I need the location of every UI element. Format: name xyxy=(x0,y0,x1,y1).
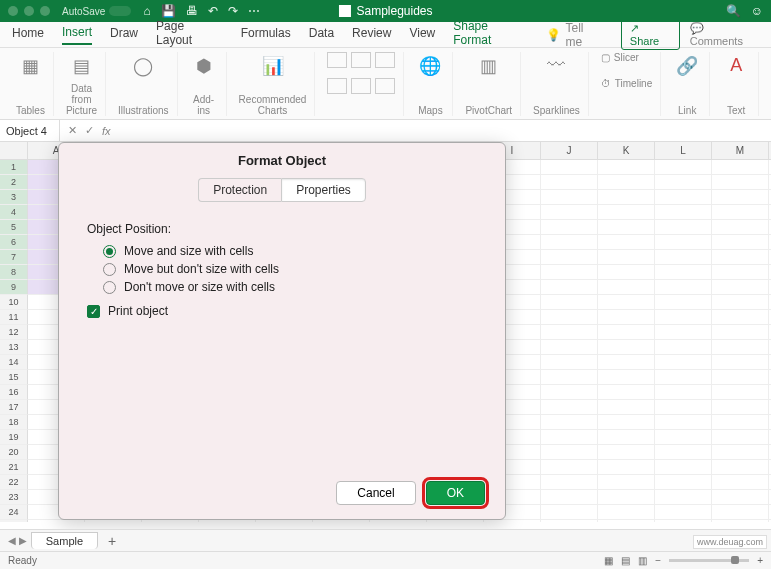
ribbon-group-sparklines[interactable]: 〰Sparklines xyxy=(525,52,589,116)
share-button[interactable]: ↗ Share xyxy=(621,19,680,50)
row-header[interactable]: 12 xyxy=(0,325,28,340)
zoom-slider[interactable] xyxy=(669,559,749,562)
chart-type-icon[interactable] xyxy=(351,78,371,94)
ribbon-group-data-from-picture[interactable]: ▤Data from Picture xyxy=(58,52,106,116)
tab-data[interactable]: Data xyxy=(309,26,334,44)
row-header[interactable]: 4 xyxy=(0,205,28,220)
autosave-switch-icon[interactable] xyxy=(109,6,131,16)
row-header[interactable]: 21 xyxy=(0,460,28,475)
dialog-title: Format Object xyxy=(59,143,505,178)
more-icon[interactable]: ⋯ xyxy=(248,4,260,18)
row-header[interactable]: 7 xyxy=(0,250,28,265)
tab-page-layout[interactable]: Page Layout xyxy=(156,19,223,51)
ribbon-group-text[interactable]: AText xyxy=(714,52,759,116)
zoom-out-icon[interactable]: − xyxy=(655,555,661,566)
row-header[interactable]: 2 xyxy=(0,175,28,190)
ribbon-group-illustrations[interactable]: ◯Illustrations xyxy=(110,52,178,116)
chart-type-icon[interactable] xyxy=(351,52,371,68)
row-header[interactable]: 3 xyxy=(0,190,28,205)
tab-home[interactable]: Home xyxy=(12,26,44,44)
col-header[interactable]: J xyxy=(541,142,598,159)
home-icon[interactable]: ⌂ xyxy=(143,4,150,18)
dialog-tab-properties[interactable]: Properties xyxy=(281,178,366,202)
row-header[interactable]: 5 xyxy=(0,220,28,235)
chart-type-icon[interactable] xyxy=(327,52,347,68)
row-header[interactable]: 20 xyxy=(0,445,28,460)
cancel-formula-icon[interactable]: ✕ xyxy=(68,124,77,137)
ribbon-group-filters[interactable]: ▢Slicer ⏱Timeline xyxy=(593,52,661,116)
row-header[interactable]: 19 xyxy=(0,430,28,445)
search-icon[interactable]: 🔍 xyxy=(726,4,741,18)
row-header[interactable]: 16 xyxy=(0,385,28,400)
ok-button[interactable]: OK xyxy=(426,481,485,505)
chart-type-icon[interactable] xyxy=(327,78,347,94)
row-header[interactable]: 18 xyxy=(0,415,28,430)
row-header[interactable]: 25 xyxy=(0,520,28,522)
name-box[interactable]: Object 4 xyxy=(0,120,60,141)
row-header[interactable]: 6 xyxy=(0,235,28,250)
tab-insert[interactable]: Insert xyxy=(62,25,92,45)
print-object-checkbox[interactable]: ✓ Print object xyxy=(87,304,477,318)
document-name: Sampleguides xyxy=(356,4,432,18)
fx-icon[interactable]: fx xyxy=(102,125,111,137)
sheet-tab-sample[interactable]: Sample xyxy=(31,532,98,549)
select-all-corner[interactable] xyxy=(0,142,28,159)
table-icon: ▦ xyxy=(16,52,44,80)
row-header[interactable]: 9 xyxy=(0,280,28,295)
ribbon-group-recommended-charts[interactable]: 📊Recommended Charts xyxy=(231,52,316,116)
radio-dont-move[interactable]: Don't move or size with cells xyxy=(103,280,477,294)
bulb-icon: 💡 xyxy=(546,28,561,42)
row-header[interactable]: 15 xyxy=(0,370,28,385)
print-icon[interactable]: 🖶 xyxy=(186,4,198,18)
sparklines-icon: 〰 xyxy=(542,52,570,80)
undo-icon[interactable]: ↶ xyxy=(208,4,218,18)
document-title: Sampleguides xyxy=(338,4,432,18)
col-header[interactable]: L xyxy=(655,142,712,159)
row-header[interactable]: 13 xyxy=(0,340,28,355)
tab-formulas[interactable]: Formulas xyxy=(241,26,291,44)
row-header[interactable]: 14 xyxy=(0,355,28,370)
radio-move-and-size[interactable]: Move and size with cells xyxy=(103,244,477,258)
col-header[interactable]: K xyxy=(598,142,655,159)
tab-shape-format[interactable]: Shape Format xyxy=(453,19,528,51)
row-header[interactable]: 23 xyxy=(0,490,28,505)
row-header[interactable]: 11 xyxy=(0,310,28,325)
radio-move-no-size[interactable]: Move but don't size with cells xyxy=(103,262,477,276)
row-header[interactable]: 10 xyxy=(0,295,28,310)
sheet-nav-arrows[interactable]: ◀ ▶ xyxy=(8,535,27,546)
zoom-in-icon[interactable]: + xyxy=(757,555,763,566)
ribbon-group-symbols[interactable]: ΩSy xyxy=(763,52,771,116)
view-break-icon[interactable]: ▥ xyxy=(638,555,647,566)
redo-icon[interactable]: ↷ xyxy=(228,4,238,18)
tab-review[interactable]: Review xyxy=(352,26,391,44)
object-position-radio-group: Move and size with cells Move but don't … xyxy=(103,244,477,294)
autosave-toggle[interactable]: AutoSave xyxy=(62,6,131,17)
row-header[interactable]: 1 xyxy=(0,160,28,175)
user-icon[interactable]: ☺ xyxy=(751,4,763,18)
add-sheet-button[interactable]: + xyxy=(102,533,122,549)
ribbon-group-tables[interactable]: ▦Tables xyxy=(8,52,54,116)
ribbon-group-maps[interactable]: 🌐Maps xyxy=(408,52,453,116)
cancel-button[interactable]: Cancel xyxy=(336,481,415,505)
save-icon[interactable]: 💾 xyxy=(161,4,176,18)
window-traffic-lights[interactable] xyxy=(8,6,50,16)
accept-formula-icon[interactable]: ✓ xyxy=(85,124,94,137)
chart-type-icon[interactable] xyxy=(375,78,395,94)
ribbon-group-addins[interactable]: ⬢Add-ins xyxy=(182,52,227,116)
view-normal-icon[interactable]: ▦ xyxy=(604,555,613,566)
chart-type-icon[interactable] xyxy=(375,52,395,68)
row-header[interactable]: 17 xyxy=(0,400,28,415)
tab-view[interactable]: View xyxy=(409,26,435,44)
tell-me-search[interactable]: 💡 Tell me xyxy=(546,21,602,49)
dialog-tab-protection[interactable]: Protection xyxy=(198,178,281,202)
tab-draw[interactable]: Draw xyxy=(110,26,138,44)
row-header[interactable]: 8 xyxy=(0,265,28,280)
comments-button[interactable]: 💬 Comments xyxy=(690,22,759,47)
ribbon-group-link[interactable]: 🔗Link xyxy=(665,52,710,116)
view-page-icon[interactable]: ▤ xyxy=(621,555,630,566)
row-header[interactable]: 24 xyxy=(0,505,28,520)
ribbon-group-charts[interactable] xyxy=(319,52,404,116)
row-header[interactable]: 22 xyxy=(0,475,28,490)
ribbon-group-pivotchart[interactable]: ▥PivotChart xyxy=(457,52,521,116)
col-header[interactable]: M xyxy=(712,142,769,159)
